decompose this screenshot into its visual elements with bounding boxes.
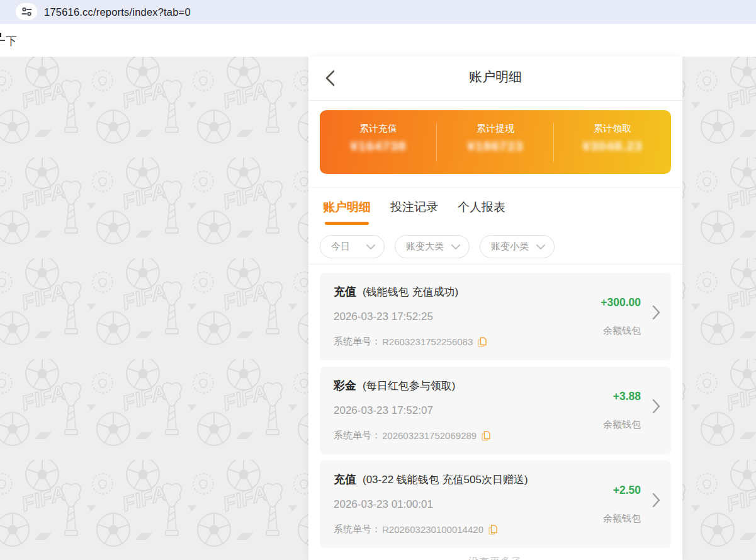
page-title: 账户明细 bbox=[308, 68, 682, 86]
filter-label: 账变小类 bbox=[491, 241, 529, 253]
record-list: 充值 (钱能钱包 充值成功) 2026-03-23 17:52:25 系统单号：… bbox=[320, 273, 671, 554]
record-wallet: 余额钱包 bbox=[603, 419, 641, 431]
record-wallet: 余额钱包 bbox=[603, 513, 641, 525]
tab-personal-report[interactable]: 个人报表 bbox=[458, 199, 505, 224]
site-settings-button[interactable] bbox=[16, 3, 37, 20]
record-row-3[interactable]: 充值 (03-22 钱能钱包 充值505次日赠送) 2026-03-23 01:… bbox=[320, 460, 671, 548]
divider bbox=[308, 264, 682, 265]
filter-major-category-dropdown[interactable]: 账变大类 bbox=[395, 235, 470, 258]
url-text[interactable]: 175616.cc/reports/index?tab=0 bbox=[44, 0, 191, 24]
tabs-section: 账户明细 投注记录 个人报表 bbox=[308, 187, 682, 235]
tab-label: 投注记录 bbox=[390, 200, 438, 214]
summary-total-claimed: 累计领取 ¥3048.23 bbox=[554, 110, 671, 174]
chevron-right-icon[interactable] bbox=[652, 305, 660, 320]
summary-label: 累计充值 bbox=[320, 123, 437, 135]
record-amount: +3.88 bbox=[613, 390, 641, 403]
tab-bet-records[interactable]: 投注记录 bbox=[390, 199, 438, 224]
record-datetime: 2026-03-23 17:52:07 bbox=[334, 404, 433, 417]
order-label: 系统单号： bbox=[334, 523, 381, 535]
summary-card: 累计充值 ¥164738 累计提现 ¥186723 累计领取 ¥3048.23 bbox=[320, 110, 671, 174]
chevron-down-icon bbox=[451, 244, 460, 249]
summary-total-withdraw: 累计提现 ¥186723 bbox=[437, 110, 554, 174]
stray-text: 一下 bbox=[0, 33, 17, 49]
chevron-right-icon[interactable] bbox=[652, 399, 660, 414]
order-number: 202603231752069289 bbox=[382, 430, 477, 441]
summary-value-masked: ¥186723 bbox=[437, 139, 554, 154]
record-type: 彩金 bbox=[334, 378, 356, 393]
order-label: 系统单号： bbox=[334, 336, 381, 348]
summary-value-masked: ¥3048.23 bbox=[554, 139, 671, 154]
record-desc: (03-22 钱能钱包 充值505次日赠送) bbox=[363, 472, 528, 487]
viewport: FIFA bbox=[0, 0, 756, 560]
record-desc: (钱能钱包 充值成功) bbox=[363, 285, 458, 299]
record-amount: +300.00 bbox=[601, 296, 641, 309]
order-number: R202603230100014420 bbox=[382, 524, 483, 535]
summary-label: 累计提现 bbox=[437, 123, 554, 135]
copy-order-button[interactable] bbox=[478, 337, 487, 347]
copy-order-button[interactable] bbox=[488, 525, 497, 535]
tab-account-detail[interactable]: 账户明细 bbox=[323, 199, 371, 224]
filter-minor-category-dropdown[interactable]: 账变小类 bbox=[480, 235, 555, 258]
summary-label: 累计领取 bbox=[554, 123, 671, 135]
page-top-strip bbox=[0, 24, 756, 57]
panel-header: 账户明细 bbox=[308, 57, 682, 101]
browser-address-bar[interactable]: 175616.cc/reports/index?tab=0 bbox=[0, 0, 756, 24]
chevron-right-icon[interactable] bbox=[652, 493, 660, 508]
record-datetime: 2026-03-23 17:52:25 bbox=[334, 311, 433, 323]
chevron-down-icon bbox=[366, 244, 375, 249]
list-end-text: 没有更多了 bbox=[308, 556, 682, 560]
copy-order-button[interactable] bbox=[482, 431, 490, 441]
record-type: 充值 bbox=[334, 284, 356, 299]
record-datetime: 2026-03-23 01:00:01 bbox=[334, 498, 433, 511]
order-label: 系统单号： bbox=[334, 430, 381, 442]
filter-label: 账变大类 bbox=[406, 241, 444, 253]
tune-icon bbox=[21, 7, 32, 16]
tabs-row: 账户明细 投注记录 个人报表 bbox=[323, 199, 505, 224]
filter-date-dropdown[interactable]: 今日 bbox=[320, 235, 385, 258]
active-tab-underline bbox=[325, 222, 369, 225]
order-number: R2603231752256083 bbox=[382, 336, 473, 347]
summary-total-deposit: 累计充值 ¥164738 bbox=[320, 110, 437, 174]
record-row-2[interactable]: 彩金 (每日红包参与领取) 2026-03-23 17:52:07 系统单号： … bbox=[320, 367, 671, 454]
account-detail-panel: 账户明细 累计充值 ¥164738 累计提现 ¥186723 累计领取 ¥304… bbox=[308, 57, 682, 560]
copy-icon bbox=[482, 431, 490, 441]
record-wallet: 余额钱包 bbox=[603, 325, 641, 337]
record-type: 充值 bbox=[334, 472, 356, 487]
filter-label: 今日 bbox=[331, 241, 350, 253]
tab-label: 个人报表 bbox=[458, 200, 505, 214]
copy-icon bbox=[488, 525, 497, 535]
tab-label: 账户明细 bbox=[323, 200, 371, 214]
record-desc: (每日红包参与领取) bbox=[363, 379, 455, 393]
record-row-1[interactable]: 充值 (钱能钱包 充值成功) 2026-03-23 17:52:25 系统单号：… bbox=[320, 273, 671, 360]
record-amount: +2.50 bbox=[613, 484, 641, 497]
summary-value-masked: ¥164738 bbox=[320, 139, 437, 154]
copy-icon bbox=[478, 337, 487, 347]
chevron-down-icon bbox=[536, 244, 545, 249]
filters-row: 今日 账变大类 账变小类 bbox=[320, 235, 555, 258]
